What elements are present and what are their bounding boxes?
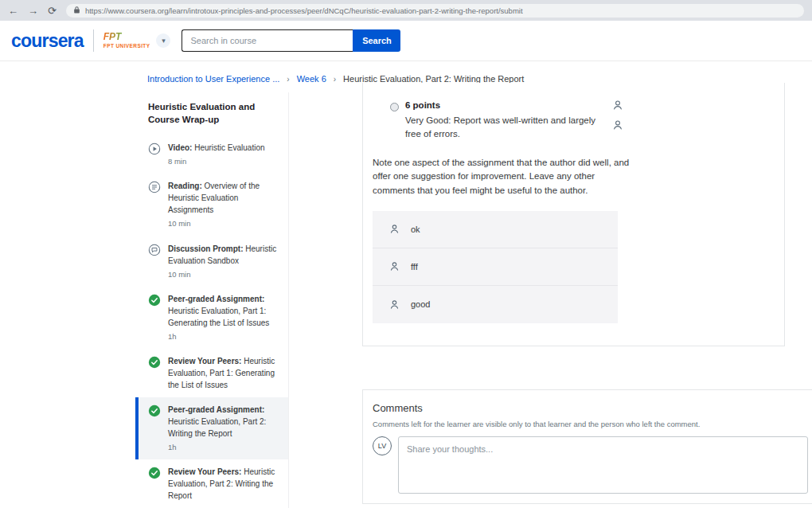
address-bar[interactable]: https://www.coursera.org/learn/introtoux… xyxy=(66,4,804,18)
sidebar-item-label: Discussion Prompt: Heuristic Evaluation … xyxy=(168,243,280,280)
person-icon xyxy=(388,223,400,235)
coursera-logo[interactable]: coursera xyxy=(11,30,84,52)
sidebar-item[interactable]: Peer-graded Assignment: Heuristic Evalua… xyxy=(135,397,288,459)
response-text: good xyxy=(411,299,430,309)
refresh-button[interactable]: ⟳ xyxy=(48,6,57,16)
sidebar-items: Video: Heuristic Evaluation8 minReading:… xyxy=(135,135,288,508)
sidebar-item[interactable]: Reading: Overview of the Heuristic Evalu… xyxy=(135,174,288,236)
sidebar-item-label: Peer-graded Assignment: Heuristic Evalua… xyxy=(168,404,280,453)
response-text: ok xyxy=(411,225,420,234)
comment-input-row: LV xyxy=(373,436,812,494)
avatar: LV xyxy=(373,436,392,455)
breadcrumb-course-link[interactable]: Introduction to User Experience ... xyxy=(147,74,279,84)
search-input[interactable] xyxy=(182,29,353,52)
check-icon xyxy=(148,467,161,479)
chevron-down-icon[interactable]: ▾ xyxy=(156,33,170,48)
back-button[interactable]: ← xyxy=(8,6,18,16)
breadcrumb-separator: › xyxy=(334,75,336,84)
sidebar-item[interactable]: Discussion Prompt: Heuristic Evaluation … xyxy=(135,236,288,287)
peer-responses: okfffgood xyxy=(373,211,618,323)
site-header: coursera FPT FPT UNIVERSITY ▾ Search xyxy=(0,21,812,61)
lock-icon xyxy=(73,4,80,18)
rating-points: 6 points xyxy=(405,100,606,110)
sidebar-item[interactable]: Video: Heuristic Evaluation8 min xyxy=(135,135,288,174)
check-icon xyxy=(148,294,161,307)
person-icon[interactable] xyxy=(611,99,624,111)
discussion-icon xyxy=(148,244,161,256)
feedback-prompt: Note one aspect of the assignment that t… xyxy=(373,156,638,198)
item-duration: 10 min xyxy=(168,218,280,229)
partner-name: FPT xyxy=(103,32,150,43)
item-duration: 1h xyxy=(168,442,280,453)
course-outline-sidebar: Heuristic Evaluation and Course Wrap-up … xyxy=(135,92,289,508)
sidebar-item[interactable]: Peer-graded Assignment: Heuristic Evalua… xyxy=(135,287,288,349)
header-divider xyxy=(93,29,94,52)
search-button[interactable]: Search xyxy=(353,29,400,52)
browser-window: ← → ⟳ https://www.coursera.org/learn/int… xyxy=(0,0,812,508)
person-icon[interactable] xyxy=(611,119,624,131)
reading-icon xyxy=(148,181,161,193)
person-icon xyxy=(388,260,400,272)
rating-radio[interactable] xyxy=(390,103,399,111)
url-text: https://www.coursera.org/learn/introtoux… xyxy=(85,6,523,15)
sidebar-item[interactable]: Review Your Peers: Heuristic Evaluation,… xyxy=(135,459,288,508)
sidebar-title: Heuristic Evaluation and Course Wrap-up xyxy=(135,92,288,135)
play-icon xyxy=(148,143,161,155)
item-duration: 1h xyxy=(168,331,280,342)
comment-input[interactable] xyxy=(398,436,808,494)
item-duration: 10 min xyxy=(168,269,280,280)
breadcrumb-separator: › xyxy=(287,75,289,84)
peer-review-card: 6 points Very Good: Report was well-writ… xyxy=(362,83,785,346)
item-duration: 8 min xyxy=(168,156,265,167)
sidebar-item-label: Review Your Peers: Heuristic Evaluation,… xyxy=(168,466,280,502)
browser-chrome: ← → ⟳ https://www.coursera.org/learn/int… xyxy=(0,0,812,21)
comments-title: Comments xyxy=(373,402,812,414)
partner-subtitle: FPT UNIVERSITY xyxy=(103,43,150,49)
breadcrumb-week-link[interactable]: Week 6 xyxy=(297,74,326,84)
rating-option-text: 6 points Very Good: Report was well-writ… xyxy=(405,100,606,142)
response-text: fff xyxy=(411,262,418,272)
peer-response-row: fff xyxy=(373,248,618,286)
sidebar-item-label: Peer-graded Assignment: Heuristic Evalua… xyxy=(168,293,280,342)
check-icon xyxy=(148,404,161,417)
sidebar-item-label: Review Your Peers: Heuristic Evaluation,… xyxy=(168,355,280,391)
peer-response-row: ok xyxy=(373,211,618,248)
partner-logo[interactable]: FPT FPT UNIVERSITY xyxy=(103,32,150,49)
forward-button[interactable]: → xyxy=(28,6,38,16)
sidebar-item[interactable]: Review Your Peers: Heuristic Evaluation,… xyxy=(135,349,288,397)
sidebar-item-label: Video: Heuristic Evaluation8 min xyxy=(168,142,265,167)
comments-note: Comments left for the learner are visibl… xyxy=(373,420,812,428)
sidebar-item-label: Reading: Overview of the Heuristic Evalu… xyxy=(168,180,280,229)
check-icon xyxy=(148,356,161,369)
course-search: Search xyxy=(182,29,400,52)
rating-option-row: 6 points Very Good: Report was well-writ… xyxy=(373,83,775,142)
comments-card: Comments Comments left for the learner a… xyxy=(362,389,812,504)
person-icon xyxy=(388,299,400,311)
rating-description: Very Good: Report was well-written and l… xyxy=(405,114,606,142)
grader-icons xyxy=(611,99,624,131)
peer-response-row: good xyxy=(373,286,618,323)
